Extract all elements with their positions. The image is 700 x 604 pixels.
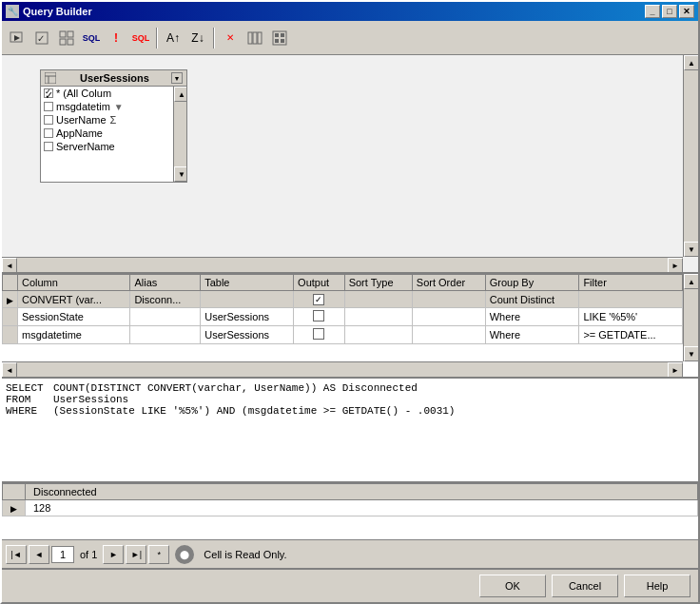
sigma-icon: Σ	[110, 114, 117, 126]
field-checkbox-username[interactable]	[44, 115, 53, 125]
grid-scroll-horizontal[interactable]: ◄ ►	[2, 361, 683, 377]
grid-cell-alias-3[interactable]	[130, 326, 201, 344]
sql-button[interactable]: SQL	[80, 27, 103, 49]
grid-scroll-up[interactable]: ▲	[684, 274, 698, 289]
grid-hscroll-right[interactable]: ►	[668, 362, 683, 378]
grid-cell-table-3[interactable]: UserSessions	[201, 326, 294, 344]
grid-hscroll-track[interactable]	[17, 362, 668, 377]
grid-scroll-down[interactable]: ▼	[684, 346, 698, 361]
sql2-button[interactable]: SQL	[129, 27, 152, 49]
verify-button[interactable]: ✓	[30, 27, 53, 49]
diagram-scroll-down[interactable]: ▼	[684, 242, 698, 257]
field-label-servername: ServerName	[56, 141, 115, 152]
grid-cell-sorttype-3[interactable]	[344, 326, 412, 344]
table-field-scrollbar[interactable]: ▲ ▼	[173, 87, 186, 182]
field-username[interactable]: UserName Σ	[41, 113, 173, 127]
grid-cell-sortorder-3[interactable]	[412, 326, 485, 344]
grid-view-button[interactable]	[55, 27, 78, 49]
output-checkbox-1[interactable]: ✓	[313, 294, 324, 305]
grid-cell-output-1[interactable]: ✓	[294, 291, 345, 308]
grid-cell-filter-1[interactable]	[579, 291, 683, 308]
field-checkbox-all[interactable]: ✓	[44, 88, 53, 98]
field-checkbox-servername[interactable]	[44, 142, 53, 151]
grid-cell-output-3[interactable]	[294, 326, 345, 344]
grid-cell-filter-2[interactable]: LIKE '%5%'	[579, 308, 683, 326]
svg-rect-4	[60, 31, 66, 37]
grid-cell-groupby-3[interactable]: Where	[485, 326, 579, 344]
nav-prev-button[interactable]: ◄	[29, 545, 49, 564]
table-widget-header: UserSessions ▼	[41, 70, 186, 87]
maximize-button[interactable]: □	[662, 5, 677, 18]
sort-desc-button[interactable]: Z↓	[186, 27, 209, 49]
grid-cell-groupby-1[interactable]: Count Distinct	[485, 291, 579, 308]
diagram-scroll-vertical[interactable]: ▲ ▼	[683, 55, 698, 257]
close-button[interactable]: ✕	[679, 5, 694, 18]
columns-button[interactable]	[243, 27, 266, 49]
grid-col-output: Output	[294, 275, 345, 291]
grid-cell-column-3[interactable]: msgdatetime	[18, 326, 130, 344]
sort-asc-button[interactable]: A↑	[162, 27, 185, 49]
field-checkbox-appname[interactable]	[44, 128, 53, 138]
run-button[interactable]	[6, 27, 29, 49]
grid-cell-sortorder-1[interactable]	[412, 291, 485, 308]
ok-button[interactable]: OK	[479, 575, 546, 597]
diagram-inner: UserSessions ▼ ✓ * (All Colum msgdatetim	[2, 55, 683, 257]
diagram-scroll-right[interactable]: ►	[668, 258, 683, 273]
svg-marker-1	[14, 35, 20, 41]
toolbar: ✓ SQL ! SQL A↑ Z↓ ✕	[2, 21, 698, 55]
diagram-area[interactable]: UserSessions ▼ ✓ * (All Colum msgdatetim	[2, 55, 698, 274]
scroll-down-btn[interactable]: ▼	[174, 166, 186, 182]
field-servername[interactable]: ServerName	[41, 140, 173, 153]
grid-cell-column-1[interactable]: CONVERT (var...	[18, 291, 130, 308]
grid-hscroll-left[interactable]: ◄	[2, 362, 17, 378]
output-checkbox-3[interactable]	[313, 328, 324, 340]
app-icon: 🔧	[6, 5, 19, 18]
cancel-button[interactable]: Cancel	[552, 575, 618, 597]
stop-button[interactable]: ✕	[219, 27, 242, 49]
table-row[interactable]: SessionState UserSessions Where LIKE '%5…	[3, 308, 683, 326]
nav-asterisk-button[interactable]: *	[148, 545, 169, 564]
properties-button[interactable]	[268, 27, 291, 49]
grid-cell-table-2[interactable]: UserSessions	[201, 308, 294, 326]
table-row[interactable]: msgdatetime UserSessions Where >= GETDAT…	[3, 326, 683, 344]
grid-cell-alias-1[interactable]: Disconn...	[130, 291, 201, 308]
exclamation-button[interactable]: !	[105, 27, 127, 49]
grid-cell-column-2[interactable]: SessionState	[18, 308, 130, 326]
field-checkbox-msg[interactable]	[44, 102, 53, 111]
diagram-scroll-up[interactable]: ▲	[684, 55, 698, 70]
list-item[interactable]: ▶ 128	[3, 500, 698, 516]
results-area: Disconnected ▶ 128 |◄ ◄ of 1	[2, 483, 698, 568]
nav-of-label: of 1	[76, 549, 101, 560]
grid-cell-sortorder-2[interactable]	[412, 308, 485, 326]
minimize-button[interactable]: _	[645, 5, 660, 18]
toolbar-separator-2	[213, 28, 215, 49]
field-appname[interactable]: AppName	[41, 127, 173, 140]
nav-first-button[interactable]: |◄	[6, 545, 27, 564]
grid-cell-groupby-2[interactable]: Where	[485, 308, 579, 326]
field-all-columns[interactable]: ✓ * (All Colum	[41, 87, 173, 100]
nav-last-button[interactable]: ►|	[126, 545, 146, 564]
result-row-indicator-1: ▶	[3, 500, 26, 516]
grid-cell-filter-3[interactable]: >= GETDATE...	[579, 326, 683, 344]
diagram-scroll-horizontal[interactable]: ◄ ►	[2, 257, 683, 272]
grid-cell-alias-2[interactable]	[130, 308, 201, 326]
grid-cell-sorttype-1[interactable]	[344, 291, 412, 308]
columns-icon	[247, 30, 262, 46]
sql-line-3: WHERE (SessionState LIKE '%5%') AND (msg…	[6, 405, 694, 417]
grid-scroll-vertical[interactable]: ▲ ▼	[683, 274, 698, 361]
diagram-scroll-left[interactable]: ◄	[2, 258, 17, 273]
scroll-up-btn[interactable]: ▲	[174, 87, 186, 102]
nav-next-button[interactable]: ►	[103, 545, 124, 564]
grid-cell-sorttype-2[interactable]	[344, 308, 412, 326]
output-checkbox-2[interactable]	[313, 310, 324, 321]
nav-page-input[interactable]	[51, 546, 74, 563]
table-row[interactable]: ▶ CONVERT (var... Disconn... ✓ Count Dis…	[3, 291, 683, 308]
grid-cell-output-2[interactable]	[294, 308, 345, 326]
field-msgdatetim[interactable]: msgdatetim ▼	[41, 100, 173, 113]
table-widget-usersessions[interactable]: UserSessions ▼ ✓ * (All Colum msgdatetim	[40, 69, 187, 183]
help-button[interactable]: Help	[624, 575, 690, 597]
grid-cell-table-1[interactable]	[201, 291, 294, 308]
main-content: UserSessions ▼ ✓ * (All Colum msgdatetim	[2, 55, 698, 568]
table-widget-scroll-btn[interactable]: ▼	[171, 72, 183, 84]
result-cell-value-1[interactable]: 128	[26, 500, 698, 516]
